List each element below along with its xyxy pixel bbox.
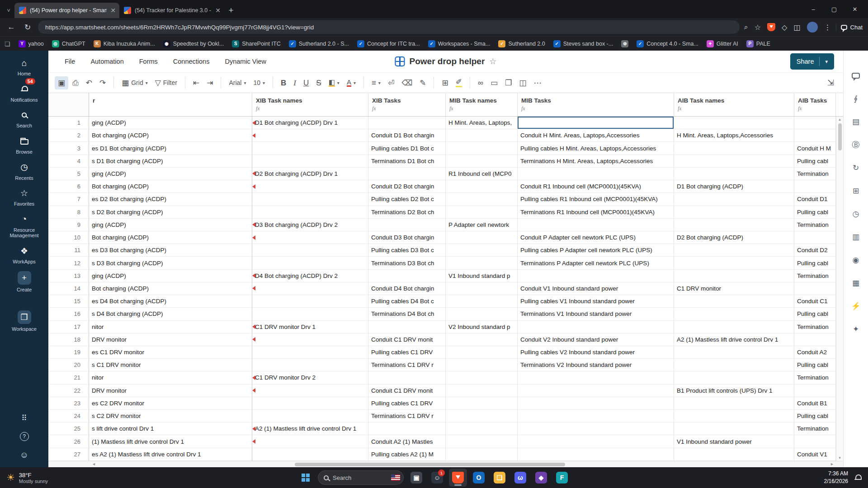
sidebar-item-workapps[interactable]: ❖WorkApps	[0, 245, 48, 265]
grid-cell[interactable]	[252, 180, 368, 193]
grid-cell[interactable]	[518, 321, 674, 333]
grid-cell[interactable]	[368, 270, 446, 282]
maximize-button[interactable]: ▢	[824, 0, 844, 18]
grid-cell[interactable]: Bot charging (ACDP)	[89, 129, 252, 142]
bookmark-star-icon[interactable]: ☆	[755, 23, 761, 32]
grid-cell[interactable]	[252, 155, 368, 168]
grid-cell[interactable]	[368, 371, 446, 384]
grid-cell[interactable]	[518, 448, 674, 461]
address-bar[interactable]: https://app.smartsheet.com/sheets/6Rm2HR…	[38, 20, 740, 34]
grid-cell[interactable]: s D1 Bot charging (ACDP)	[89, 155, 252, 168]
rail-ai-assistant-button[interactable]: ✦	[848, 321, 863, 337]
scroll-down-icon[interactable]: ▼	[838, 456, 842, 460]
close-button[interactable]: ✕	[844, 0, 865, 18]
grid-cell[interactable]: D1 Bot charging (ACDP)	[674, 180, 794, 193]
grid-cell[interactable]: Pulling cabl	[794, 206, 836, 219]
taskbar-brave-button[interactable]	[449, 469, 467, 487]
row-number[interactable]: 15	[48, 295, 89, 308]
grid-cell[interactable]: A2 (1) Mastless lift drive control Drv 1	[252, 422, 368, 435]
grid-cell[interactable]	[446, 448, 518, 461]
grid-cell[interactable]	[252, 231, 368, 244]
grid-cell[interactable]	[446, 346, 518, 359]
grid-cell[interactable]	[446, 371, 518, 384]
strikethrough-button[interactable]: S	[313, 76, 324, 89]
indent-button[interactable]: ⇥	[203, 76, 216, 89]
grid-cell[interactable]	[518, 219, 674, 231]
chevron-down-icon[interactable]: ▾	[825, 59, 828, 65]
start-button[interactable]	[297, 469, 314, 487]
grid-cell[interactable]	[446, 435, 518, 448]
grid-cell[interactable]: Terminations P Adapter cell newtork PLC …	[518, 257, 674, 269]
row-number[interactable]: 20	[48, 359, 89, 371]
sidebar-item-notifications[interactable]: 54Notifications	[0, 83, 48, 103]
scroll-left-icon[interactable]: ◄	[92, 462, 96, 466]
row-number[interactable]: 24	[48, 410, 89, 422]
grid-cell[interactable]: Terminations D4 Bot ch	[368, 308, 446, 320]
grid-cell[interactable]	[446, 333, 518, 346]
bookmark-kiba-inuzuka-anim[interactable]: KKiba Inuzuka Anim...	[90, 39, 159, 49]
grid-cell[interactable]: s D3 Bot charging (ACDP)	[89, 257, 252, 269]
grid-cell[interactable]: Conduit C1 DRV monit	[368, 333, 446, 346]
grid-cell[interactable]: Bot charging (ACDP)	[89, 180, 252, 193]
grid-cell[interactable]	[674, 270, 794, 282]
grid-cell[interactable]: D2 Bot charging (ACDP) Drv 1	[252, 168, 368, 180]
grid-cell[interactable]	[518, 270, 674, 282]
grid-cell[interactable]	[446, 308, 518, 320]
back-icon[interactable]: ←	[5, 23, 17, 32]
sidebar-item-favorites[interactable]: ☆Favorites	[0, 187, 48, 207]
grid-cell[interactable]: Conduit V1	[794, 448, 836, 461]
menu-file[interactable]: File	[65, 58, 75, 65]
taskbar-discord-button[interactable]: ω	[511, 469, 529, 487]
taskbar-photos-button[interactable]: ▣	[407, 469, 425, 487]
sidebar-item-workspace[interactable]: ❐Workspace	[0, 310, 48, 332]
grid-cell[interactable]	[674, 397, 794, 410]
menu-forms[interactable]: Forms	[139, 58, 158, 65]
grid-cell[interactable]: ging (ACDP)	[89, 117, 252, 129]
profile-avatar[interactable]	[807, 22, 818, 33]
row-number[interactable]: 8	[48, 206, 89, 219]
rail-attachments-button[interactable]: ∮	[848, 91, 863, 106]
grid-cell[interactable]: (1) Mastless lift drive control Drv 1	[89, 435, 252, 448]
grid-cell[interactable]: s D4 Bot charging (ACDP)	[89, 308, 252, 320]
grid-cell[interactable]: es D3 Bot charging (ACDP)	[89, 244, 252, 257]
sidebar-item-resource-management[interactable]: ◔Resource Management	[0, 213, 48, 239]
taskbar-search[interactable]: Search	[318, 470, 404, 485]
grid-cell[interactable]: V1 Inbound standard power	[674, 435, 794, 448]
grid-cell[interactable]: Pulling cables H Mint. Areas, Laptops,Ac…	[518, 142, 674, 155]
row-number[interactable]: 17	[48, 321, 89, 333]
grid-cell[interactable]: Termination	[794, 422, 836, 435]
grid-cell[interactable]: Terminations V2 Inbound standard power	[518, 359, 674, 371]
row-number[interactable]: 3	[48, 142, 89, 155]
row-number[interactable]: 10	[48, 231, 89, 244]
bookmark-sutherland-2-0-s[interactable]: ✓Sutherland 2.0 - S...	[285, 39, 353, 49]
grid-cell[interactable]: Conduit A2 (1) Mastles	[368, 435, 446, 448]
grid-cell[interactable]: Pulling cables D2 Bot c	[368, 193, 446, 206]
tab-search-chevron-icon[interactable]: ˅	[3, 3, 14, 18]
rail-charts-button[interactable]: ▦	[848, 275, 863, 291]
help-icon[interactable]: ?	[20, 432, 29, 441]
taskbar-outlook-button[interactable]: O	[470, 469, 488, 487]
grid-cell[interactable]	[252, 397, 368, 410]
grid-cell[interactable]	[252, 359, 368, 371]
grid-cell[interactable]	[674, 308, 794, 320]
more-menu-icon[interactable]: ⋮	[824, 23, 831, 32]
grid-cell[interactable]	[518, 397, 674, 410]
grid-cell[interactable]	[674, 219, 794, 231]
grid-cell[interactable]	[794, 180, 836, 193]
grid-cell[interactable]	[368, 321, 446, 333]
grid-cell[interactable]: Conduit H M	[794, 142, 836, 155]
grid-cell[interactable]: Pulling cabl	[794, 359, 836, 371]
bookmark-speedtest-by-ookl[interactable]: ◉Speedtest by Ookl...	[160, 39, 228, 49]
bookmark-chatgpt[interactable]: ◎ChatGPT	[48, 39, 89, 49]
grid-cell[interactable]	[252, 308, 368, 320]
grid-cell[interactable]	[446, 295, 518, 308]
sidebar-item-home[interactable]: ⌂Home	[0, 57, 48, 77]
row-number[interactable]: 11	[48, 244, 89, 257]
insert-button[interactable]: ◫	[516, 76, 529, 89]
align-button[interactable]: ≡▾	[368, 76, 384, 89]
grid-cell[interactable]	[252, 244, 368, 257]
grid-cell[interactable]: s D2 Bot charging (ACDP)	[89, 206, 252, 219]
grid-cell[interactable]	[794, 333, 836, 346]
grid-cell[interactable]: Pulling cables D4 Bot c	[368, 295, 446, 308]
attach-button[interactable]: ❐	[502, 76, 515, 89]
